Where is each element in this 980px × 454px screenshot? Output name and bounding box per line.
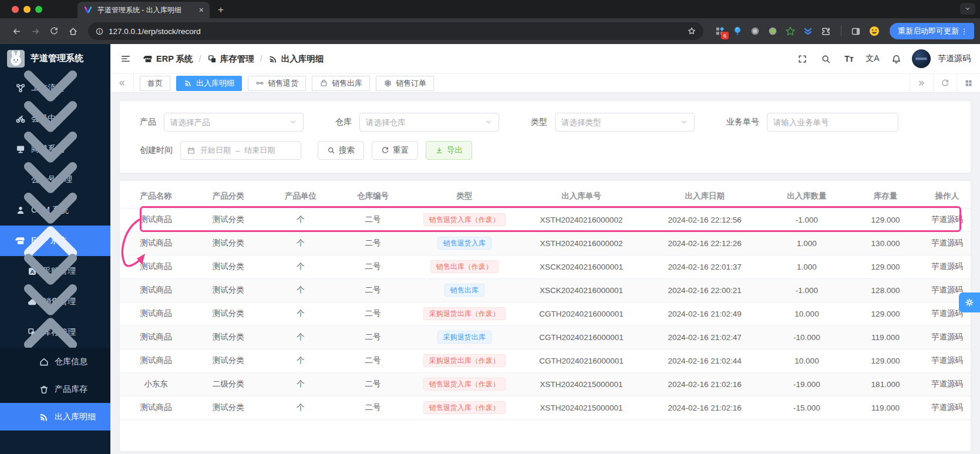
table-cell: 测试商品 bbox=[120, 208, 192, 231]
sidebar-item-出入库明细[interactable]: 出入库明细 bbox=[0, 403, 110, 431]
table-cell: 1.000 bbox=[766, 255, 847, 278]
tabs-scroll-left-icon[interactable] bbox=[110, 74, 134, 92]
table-body: 测试商品测试分类个二号销售退货入库（作废）XSTH202402160000022… bbox=[120, 208, 971, 419]
table-cell: -10.000 bbox=[766, 325, 847, 349]
table-cell: 测试分类 bbox=[192, 302, 264, 325]
table-cell: XSTH20240216000002 bbox=[520, 231, 643, 255]
close-window-button[interactable] bbox=[12, 6, 19, 13]
download-icon bbox=[435, 146, 443, 154]
extension-double-chevron-icon[interactable] bbox=[802, 25, 814, 37]
bookmark-star-icon[interactable] bbox=[687, 26, 696, 36]
table-cell: 2024-02-16 22:12:26 bbox=[643, 231, 766, 255]
sidebar-item-仓库信息[interactable]: 仓库信息 bbox=[0, 348, 110, 375]
breadcrumb-label: 出入库明细 bbox=[281, 53, 324, 65]
address-bar[interactable]: 127.0.0.1/erp/stock/record bbox=[88, 22, 703, 40]
type-select[interactable] bbox=[555, 113, 695, 132]
export-button[interactable]: 导出 bbox=[426, 141, 472, 160]
extension-gray-circle-icon[interactable] bbox=[749, 25, 761, 37]
url-text[interactable]: 127.0.0.1/erp/stock/record bbox=[109, 27, 682, 36]
product-select-input[interactable] bbox=[170, 118, 289, 127]
forward-button[interactable] bbox=[27, 23, 43, 39]
search-button[interactable]: 搜索 bbox=[318, 141, 364, 160]
breadcrumb-item[interactable]: 出入库明细 bbox=[268, 53, 324, 65]
close-tab-icon[interactable]: × bbox=[199, 5, 204, 15]
table-cell: 10.000 bbox=[766, 302, 847, 325]
type-cell: 销售退货入库 bbox=[409, 231, 520, 255]
tab-search-button[interactable] bbox=[960, 3, 975, 15]
tabs-scroll-right-icon[interactable] bbox=[910, 74, 933, 92]
settings-gear-button[interactable] bbox=[959, 292, 980, 312]
table-cell: 二号 bbox=[336, 278, 409, 302]
table-cell: 2024-02-16 21:02:47 bbox=[643, 325, 766, 349]
extension-balloon-icon[interactable] bbox=[732, 25, 743, 37]
table-row: 小东东二级分类个二号销售退货入库（作废）XSTH2024021500000120… bbox=[120, 372, 971, 396]
bizno-input[interactable] bbox=[773, 118, 892, 127]
table-cell: -19.000 bbox=[766, 372, 847, 396]
product-select[interactable] bbox=[164, 113, 304, 132]
column-header: 出入库单号 bbox=[520, 184, 643, 208]
warehouse-select[interactable] bbox=[359, 113, 499, 132]
breadcrumb-separator: / bbox=[198, 54, 203, 63]
column-header: 产品单位 bbox=[264, 184, 336, 208]
table-cell: 测试商品 bbox=[120, 349, 192, 372]
browser-tab[interactable]: 芋道管理系统 - 出入库明细 × bbox=[78, 2, 210, 18]
extensions-puzzle-icon[interactable] bbox=[820, 25, 831, 37]
search-icon[interactable] bbox=[816, 49, 836, 69]
chrome-update-button[interactable]: 重新启动即可更新 ⋮ bbox=[890, 23, 974, 39]
back-button[interactable] bbox=[8, 23, 25, 39]
table-cell: 129.000 bbox=[847, 302, 924, 325]
reset-button[interactable]: 重置 bbox=[372, 141, 418, 160]
page-tab-销售出库[interactable]: 销售出库 bbox=[312, 76, 370, 91]
extension-green-star-icon[interactable] bbox=[784, 25, 796, 37]
user-avatar[interactable] bbox=[912, 49, 931, 68]
side-panel-icon[interactable] bbox=[847, 23, 864, 39]
breadcrumb-item[interactable]: 库存管理 bbox=[207, 53, 254, 65]
type-select-input[interactable] bbox=[561, 118, 680, 127]
table-cell: -1.000 bbox=[766, 208, 847, 231]
page-tabbar: 首页 出入库明细 销售退货 销售出库 销售订单 bbox=[110, 73, 980, 93]
page-tab-销售退货[interactable]: 销售退货 bbox=[248, 76, 306, 91]
home-button[interactable] bbox=[65, 23, 81, 39]
type-cell: 采购退货出库（作废） bbox=[409, 302, 520, 325]
sidebar-item-产品库存[interactable]: 产品库存 bbox=[0, 375, 110, 403]
breadcrumb: ERP 系统 / 库存管理 / 出入库明细 bbox=[143, 53, 324, 65]
table-cell: 二号 bbox=[336, 396, 409, 419]
locale-icon[interactable]: 文A bbox=[863, 49, 883, 69]
fullscreen-icon[interactable] bbox=[792, 49, 812, 69]
table-row: 测试商品测试分类个二号销售退货入库（作废）XSTH202402150000012… bbox=[120, 396, 971, 419]
notification-bell-icon[interactable] bbox=[886, 49, 906, 69]
new-tab-button[interactable]: + bbox=[210, 4, 232, 18]
date-range-picker[interactable]: 开始日期 – 结束日期 bbox=[180, 141, 301, 160]
page-tab-出入库明细[interactable]: 出入库明细 bbox=[176, 76, 242, 91]
minimize-window-button[interactable] bbox=[23, 6, 31, 13]
tabs-layout-icon[interactable] bbox=[957, 74, 980, 92]
extension-grid-icon[interactable]: 6 bbox=[714, 25, 726, 37]
collapse-sidebar-icon[interactable] bbox=[116, 49, 135, 68]
start-date-placeholder[interactable]: 开始日期 bbox=[200, 145, 231, 156]
font-size-icon[interactable]: Tт bbox=[839, 49, 859, 69]
end-date-placeholder[interactable]: 结束日期 bbox=[244, 145, 275, 156]
extension-badge: 6 bbox=[721, 32, 729, 39]
type-cell: 采购退货出库（作废） bbox=[409, 349, 520, 372]
type-badge: 采购退货出库 bbox=[437, 331, 491, 344]
sidebar-item-库存管理[interactable]: 库存管理 bbox=[0, 317, 110, 348]
site-info-icon[interactable] bbox=[95, 27, 104, 36]
tabs-refresh-icon[interactable] bbox=[933, 74, 957, 92]
table-cell: 119.000 bbox=[847, 325, 924, 349]
page-tab-首页[interactable]: 首页 bbox=[140, 76, 170, 91]
table-cell: 芋道源码 bbox=[924, 231, 971, 255]
reload-button[interactable] bbox=[46, 23, 62, 39]
site-favicon-icon bbox=[83, 5, 93, 15]
table-cell: 测试商品 bbox=[120, 231, 192, 255]
bizno-input-wrap[interactable] bbox=[767, 113, 898, 132]
extension-green-circle-icon[interactable] bbox=[767, 25, 779, 37]
page-tab-销售订单[interactable]: 销售订单 bbox=[376, 76, 434, 91]
username[interactable]: 芋道源码 bbox=[938, 53, 971, 64]
zoom-window-button[interactable] bbox=[35, 6, 42, 13]
type-cell: 销售退货入库（作废） bbox=[409, 372, 520, 396]
filter-panel: 产品 仓库 bbox=[120, 101, 971, 173]
profile-avatar[interactable] bbox=[866, 23, 883, 39]
warehouse-select-input[interactable] bbox=[366, 118, 484, 127]
breadcrumb-item[interactable]: ERP 系统 bbox=[143, 53, 193, 65]
browser-menu-icon[interactable]: ⋮ bbox=[960, 27, 968, 36]
